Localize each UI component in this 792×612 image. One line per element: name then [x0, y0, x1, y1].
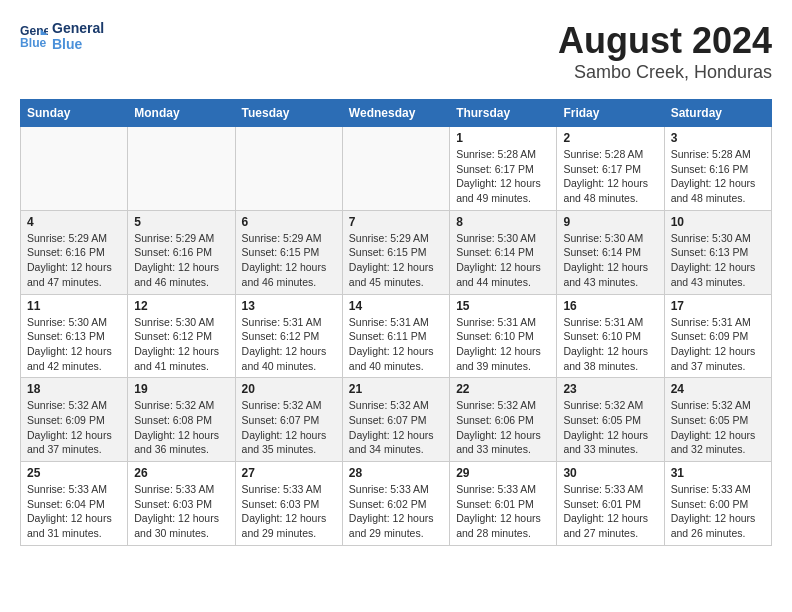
day-info: Sunrise: 5:33 AMSunset: 6:01 PMDaylight:… [456, 482, 550, 541]
day-info: Sunrise: 5:33 AMSunset: 6:01 PMDaylight:… [563, 482, 657, 541]
calendar-table: SundayMondayTuesdayWednesdayThursdayFrid… [20, 99, 772, 546]
day-info-line: Daylight: 12 hours [563, 428, 657, 443]
day-info-line: and 36 minutes. [134, 442, 228, 457]
day-info-line: and 47 minutes. [27, 275, 121, 290]
day-info-line: Sunrise: 5:29 AM [349, 231, 443, 246]
day-info-line: and 49 minutes. [456, 191, 550, 206]
day-info-line: Sunset: 6:14 PM [456, 245, 550, 260]
day-info-line: Daylight: 12 hours [563, 260, 657, 275]
day-info-line: Daylight: 12 hours [671, 260, 765, 275]
logo-line2: Blue [52, 36, 104, 52]
calendar-cell: 17Sunrise: 5:31 AMSunset: 6:09 PMDayligh… [664, 294, 771, 378]
header-friday: Friday [557, 100, 664, 127]
day-info-line: Daylight: 12 hours [456, 428, 550, 443]
day-info: Sunrise: 5:32 AMSunset: 6:05 PMDaylight:… [671, 398, 765, 457]
day-info: Sunrise: 5:32 AMSunset: 6:07 PMDaylight:… [349, 398, 443, 457]
day-number: 14 [349, 299, 443, 313]
day-number: 7 [349, 215, 443, 229]
day-number: 30 [563, 466, 657, 480]
day-info-line: and 32 minutes. [671, 442, 765, 457]
day-number: 1 [456, 131, 550, 145]
calendar-cell: 7Sunrise: 5:29 AMSunset: 6:15 PMDaylight… [342, 210, 449, 294]
calendar-cell: 1Sunrise: 5:28 AMSunset: 6:17 PMDaylight… [450, 127, 557, 211]
day-info: Sunrise: 5:30 AMSunset: 6:12 PMDaylight:… [134, 315, 228, 374]
day-info-line: Sunrise: 5:33 AM [456, 482, 550, 497]
day-info-line: and 43 minutes. [671, 275, 765, 290]
day-info-line: Sunset: 6:05 PM [563, 413, 657, 428]
day-info-line: Daylight: 12 hours [456, 260, 550, 275]
calendar-cell: 24Sunrise: 5:32 AMSunset: 6:05 PMDayligh… [664, 378, 771, 462]
day-info-line: Daylight: 12 hours [27, 428, 121, 443]
day-info: Sunrise: 5:32 AMSunset: 6:05 PMDaylight:… [563, 398, 657, 457]
day-info-line: Daylight: 12 hours [134, 511, 228, 526]
day-info-line: Sunrise: 5:32 AM [671, 398, 765, 413]
day-info-line: Sunset: 6:16 PM [27, 245, 121, 260]
day-info: Sunrise: 5:32 AMSunset: 6:09 PMDaylight:… [27, 398, 121, 457]
day-info-line: Sunset: 6:02 PM [349, 497, 443, 512]
calendar-cell: 23Sunrise: 5:32 AMSunset: 6:05 PMDayligh… [557, 378, 664, 462]
calendar-cell: 28Sunrise: 5:33 AMSunset: 6:02 PMDayligh… [342, 462, 449, 546]
day-info-line: and 46 minutes. [134, 275, 228, 290]
calendar-cell: 21Sunrise: 5:32 AMSunset: 6:07 PMDayligh… [342, 378, 449, 462]
day-info-line: Sunrise: 5:33 AM [563, 482, 657, 497]
day-number: 11 [27, 299, 121, 313]
calendar-week-1: 1Sunrise: 5:28 AMSunset: 6:17 PMDaylight… [21, 127, 772, 211]
day-info-line: and 26 minutes. [671, 526, 765, 541]
day-info-line: Sunset: 6:16 PM [134, 245, 228, 260]
calendar-cell: 9Sunrise: 5:30 AMSunset: 6:14 PMDaylight… [557, 210, 664, 294]
day-info-line: and 34 minutes. [349, 442, 443, 457]
day-info: Sunrise: 5:32 AMSunset: 6:06 PMDaylight:… [456, 398, 550, 457]
header-saturday: Saturday [664, 100, 771, 127]
calendar-cell: 31Sunrise: 5:33 AMSunset: 6:00 PMDayligh… [664, 462, 771, 546]
calendar-cell: 14Sunrise: 5:31 AMSunset: 6:11 PMDayligh… [342, 294, 449, 378]
day-info-line: Daylight: 12 hours [349, 344, 443, 359]
day-info-line: Sunrise: 5:32 AM [134, 398, 228, 413]
day-info-line: Sunrise: 5:31 AM [671, 315, 765, 330]
day-info: Sunrise: 5:32 AMSunset: 6:08 PMDaylight:… [134, 398, 228, 457]
day-info: Sunrise: 5:29 AMSunset: 6:15 PMDaylight:… [242, 231, 336, 290]
header-tuesday: Tuesday [235, 100, 342, 127]
day-info-line: and 48 minutes. [671, 191, 765, 206]
day-info-line: Sunset: 6:09 PM [671, 329, 765, 344]
day-info-line: Sunrise: 5:29 AM [242, 231, 336, 246]
day-info-line: Sunrise: 5:28 AM [456, 147, 550, 162]
day-info-line: and 44 minutes. [456, 275, 550, 290]
day-info-line: and 37 minutes. [27, 442, 121, 457]
calendar-cell: 12Sunrise: 5:30 AMSunset: 6:12 PMDayligh… [128, 294, 235, 378]
day-info-line: Sunset: 6:15 PM [349, 245, 443, 260]
day-info-line: Daylight: 12 hours [134, 344, 228, 359]
day-number: 3 [671, 131, 765, 145]
day-info: Sunrise: 5:29 AMSunset: 6:16 PMDaylight:… [134, 231, 228, 290]
day-info-line: Sunrise: 5:29 AM [27, 231, 121, 246]
calendar-cell: 3Sunrise: 5:28 AMSunset: 6:16 PMDaylight… [664, 127, 771, 211]
day-info-line: and 40 minutes. [242, 359, 336, 374]
day-info: Sunrise: 5:31 AMSunset: 6:11 PMDaylight:… [349, 315, 443, 374]
day-info-line: Daylight: 12 hours [671, 344, 765, 359]
day-number: 18 [27, 382, 121, 396]
day-number: 9 [563, 215, 657, 229]
day-info-line: Sunset: 6:11 PM [349, 329, 443, 344]
day-info-line: Sunrise: 5:31 AM [456, 315, 550, 330]
day-info-line: Daylight: 12 hours [671, 511, 765, 526]
day-number: 13 [242, 299, 336, 313]
day-info-line: and 42 minutes. [27, 359, 121, 374]
day-number: 12 [134, 299, 228, 313]
calendar-cell: 13Sunrise: 5:31 AMSunset: 6:12 PMDayligh… [235, 294, 342, 378]
day-number: 4 [27, 215, 121, 229]
calendar-cell [21, 127, 128, 211]
day-info-line: and 39 minutes. [456, 359, 550, 374]
day-info-line: and 33 minutes. [563, 442, 657, 457]
calendar-cell: 25Sunrise: 5:33 AMSunset: 6:04 PMDayligh… [21, 462, 128, 546]
day-number: 17 [671, 299, 765, 313]
calendar-cell: 5Sunrise: 5:29 AMSunset: 6:16 PMDaylight… [128, 210, 235, 294]
calendar-cell: 16Sunrise: 5:31 AMSunset: 6:10 PMDayligh… [557, 294, 664, 378]
header-thursday: Thursday [450, 100, 557, 127]
day-info: Sunrise: 5:33 AMSunset: 6:04 PMDaylight:… [27, 482, 121, 541]
calendar-cell: 15Sunrise: 5:31 AMSunset: 6:10 PMDayligh… [450, 294, 557, 378]
day-info-line: Sunset: 6:04 PM [27, 497, 121, 512]
day-info-line: Sunrise: 5:32 AM [242, 398, 336, 413]
calendar-cell [235, 127, 342, 211]
day-info-line: Sunset: 6:13 PM [27, 329, 121, 344]
day-info: Sunrise: 5:30 AMSunset: 6:13 PMDaylight:… [671, 231, 765, 290]
day-info-line: Sunrise: 5:30 AM [563, 231, 657, 246]
